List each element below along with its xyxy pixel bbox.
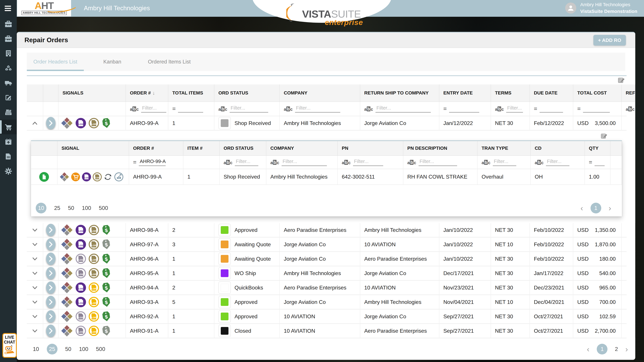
diamond-signal-icon[interactable]	[61, 238, 73, 250]
subcol-header-tran-type[interactable]: TRAN TYPE	[478, 141, 531, 156]
los-signal-icon[interactable]: LOS	[76, 326, 86, 336]
open-order-button[interactable]	[46, 325, 56, 337]
add-ro-button[interactable]: + ADD RO	[594, 35, 626, 45]
sidebar-item-shipping[interactable]	[0, 75, 17, 90]
diamond-signal-icon[interactable]	[60, 172, 69, 182]
sub-order-filter-input[interactable]: AHRO-99-A	[139, 159, 166, 166]
price-tag-icon[interactable]	[102, 282, 111, 293]
lor-signal-icon[interactable]: LOR	[89, 239, 99, 250]
col-header-total-items[interactable]: TOTAL ITEMS	[168, 84, 214, 102]
hamburger-menu-icon[interactable]	[5, 6, 11, 11]
lor-signal-icon[interactable]: LOR	[89, 283, 99, 293]
subcol-header-signal[interactable]: SIGNAL	[58, 141, 129, 156]
price-tag-icon[interactable]	[102, 311, 111, 322]
open-order-button[interactable]	[46, 281, 56, 294]
expand-row-button[interactable]	[32, 285, 38, 290]
user-menu[interactable]: Ambry Hill Technologies VistaSuite Demon…	[565, 2, 637, 14]
sidebar-item-orders[interactable]	[0, 90, 17, 105]
export-chart-icon[interactable]	[114, 172, 124, 182]
sidebar-item-settings[interactable]	[0, 164, 17, 179]
lor-signal-icon[interactable]: LOR	[89, 118, 99, 128]
page-size-100[interactable]: 100	[82, 205, 91, 211]
price-tag-icon[interactable]	[102, 254, 111, 264]
company-filter-input[interactable]: Filter...	[295, 105, 340, 113]
page-size-25[interactable]: 25	[47, 344, 58, 355]
subcol-header-pn[interactable]: PN	[338, 141, 403, 156]
sidebar-item-documents[interactable]	[0, 149, 17, 164]
col-header-reference[interactable]: REFERENCE	[622, 84, 635, 102]
price-tag-icon[interactable]	[102, 225, 111, 235]
filter-type-icon[interactable]: abc	[535, 160, 544, 165]
chevron-right-icon[interactable]: ›	[626, 345, 628, 353]
price-tag-icon[interactable]	[102, 239, 111, 250]
subcol-header-item[interactable]: ITEM #	[184, 141, 220, 156]
sidebar-item-sales[interactable]	[0, 105, 17, 120]
col-header-order[interactable]: ORDER #↓	[126, 84, 168, 102]
open-order-button[interactable]	[46, 296, 56, 308]
due-filter-input[interactable]	[540, 105, 563, 113]
page-size-10[interactable]: 10	[33, 346, 39, 352]
open-order-button[interactable]	[46, 253, 56, 265]
lor-signal-icon[interactable]: LOR	[89, 297, 99, 307]
expand-row-button[interactable]	[32, 242, 38, 247]
page-2-button[interactable]: 2	[615, 346, 618, 352]
col-header-terms[interactable]: TERMS	[491, 84, 530, 102]
equals-filter-icon[interactable]: =	[534, 105, 537, 112]
sidebar-item-building[interactable]	[0, 46, 17, 61]
filter-type-icon[interactable]: abc	[626, 106, 634, 111]
lor-signal-icon[interactable]: LOR	[89, 326, 99, 336]
items-filter-input[interactable]	[178, 105, 203, 113]
diamond-signal-icon[interactable]	[61, 310, 73, 323]
page-size-500[interactable]: 500	[99, 205, 108, 211]
subcol-header-cd[interactable]: CD	[531, 141, 585, 156]
los-signal-icon[interactable]: LOS	[76, 268, 86, 278]
los-signal-icon[interactable]: LOS	[76, 239, 86, 250]
expand-row-button[interactable]	[32, 314, 38, 319]
page-size-25[interactable]: 25	[54, 205, 60, 211]
los-signal-icon[interactable]: LOS	[76, 225, 86, 235]
equals-filter-icon[interactable]: =	[133, 159, 136, 165]
col-header-return-ship[interactable]: RETURN SHIP TO COMPANY	[360, 84, 439, 102]
sub-pn-filter-input[interactable]: Filter...	[353, 159, 383, 166]
open-order-button[interactable]	[46, 224, 56, 236]
subcol-header-qty[interactable]: QTY	[585, 141, 610, 156]
lor-signal-icon[interactable]: LOR	[89, 254, 99, 264]
los-signal-icon[interactable]: LOS	[76, 297, 86, 307]
col-header-entry-date[interactable]: ENTRY DATE	[439, 84, 491, 102]
column-chooser-icon[interactable]	[601, 133, 608, 139]
filter-type-icon[interactable]: abc	[218, 106, 227, 111]
subcol-header-pn-description[interactable]: PN DESCRIPTION	[403, 141, 478, 156]
chevron-left-icon[interactable]: ‹	[587, 345, 589, 353]
page-size-100[interactable]: 100	[79, 346, 88, 352]
cart-signal-icon[interactable]	[71, 172, 80, 182]
subcol-header-order[interactable]: ORDER #	[129, 141, 184, 156]
open-order-button[interactable]	[46, 117, 56, 129]
filter-type-icon[interactable]: abc	[284, 106, 293, 111]
diamond-signal-icon[interactable]	[61, 224, 73, 236]
page-1-button[interactable]: 1	[597, 344, 608, 355]
sidebar-item-toolbox-alt[interactable]	[0, 31, 17, 46]
equals-filter-icon[interactable]: =	[589, 159, 592, 165]
sidebar-item-inventory[interactable]	[0, 61, 17, 75]
sub-company-filter-input[interactable]: Filter...	[282, 159, 327, 166]
equals-filter-icon[interactable]: =	[172, 105, 176, 112]
page-size-500[interactable]: 500	[96, 346, 105, 352]
filter-type-icon[interactable]: abc	[270, 160, 279, 165]
status-filter-input[interactable]: Filter...	[230, 105, 268, 113]
subcol-header-status[interactable]: ORD STATUS	[220, 141, 266, 156]
los-signal-icon[interactable]: LOS	[76, 118, 86, 128]
lor-signal-icon[interactable]: LOR	[89, 268, 99, 278]
filter-type-icon[interactable]: abc	[130, 106, 139, 111]
diamond-signal-icon[interactable]	[61, 117, 73, 129]
terms-filter-input[interactable]: Filter...	[506, 105, 523, 113]
col-header-total-cost[interactable]: TOTAL COST	[573, 84, 622, 102]
sub-qty-filter-input[interactable]	[594, 159, 604, 166]
diamond-signal-icon[interactable]	[61, 325, 73, 337]
diamond-signal-icon[interactable]	[61, 267, 73, 279]
lor-signal-icon[interactable]: LOR	[89, 311, 99, 322]
entry-filter-input[interactable]	[449, 105, 479, 113]
page-size-50[interactable]: 50	[65, 346, 72, 352]
los-signal-icon[interactable]: LOS	[82, 172, 91, 181]
filter-type-icon[interactable]: abc	[342, 160, 351, 165]
column-chooser-icon[interactable]	[618, 77, 626, 84]
